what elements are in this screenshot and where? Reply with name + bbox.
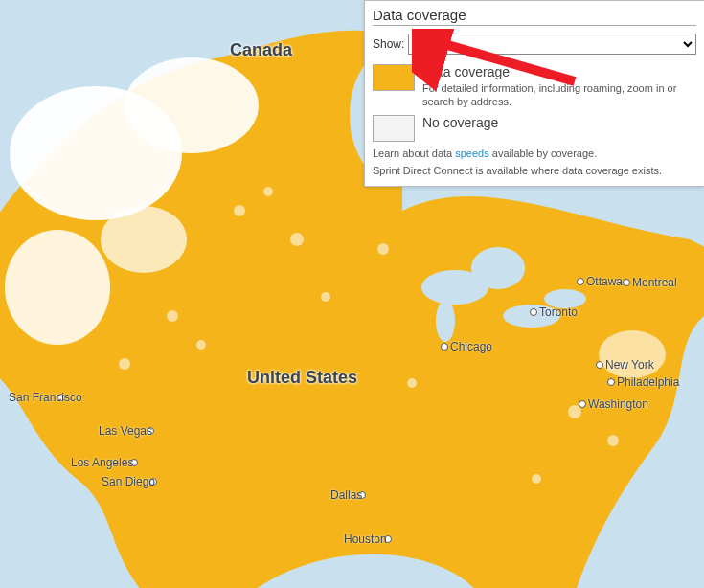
svg-point-17 <box>321 292 330 302</box>
svg-point-22 <box>532 474 541 484</box>
city-dot <box>577 278 584 285</box>
legend-coverage-title: Data coverage <box>422 64 696 79</box>
city-dot <box>607 378 615 386</box>
country-label-us: United States <box>247 368 357 388</box>
city-label: Montreal <box>632 276 677 289</box>
city-label: Las Vegas <box>99 424 152 438</box>
city-label: Washington <box>588 397 648 411</box>
svg-point-11 <box>234 205 245 216</box>
country-label-canada: Canada <box>230 40 292 60</box>
svg-point-2 <box>5 230 110 345</box>
city-label: San Francisco <box>9 391 82 404</box>
svg-point-7 <box>471 247 525 289</box>
svg-point-18 <box>377 243 389 255</box>
city-label: New York <box>605 358 654 372</box>
legend-swatch-nocoverage <box>373 115 415 142</box>
city-dot <box>530 308 537 316</box>
svg-point-13 <box>290 233 304 246</box>
show-select[interactable]: 5G <box>408 34 696 55</box>
svg-point-16 <box>119 358 130 370</box>
legend-swatch-coverage <box>373 64 415 91</box>
svg-point-3 <box>101 206 187 273</box>
city-label: Philadelphia <box>617 375 679 389</box>
city-dot <box>596 361 603 369</box>
legend-nocoverage-title: No coverage <box>422 115 696 130</box>
speeds-link[interactable]: speeds <box>455 147 488 159</box>
coverage-panel: Data coverage Show: 5G Data coverage For… <box>364 0 704 187</box>
city-label: Toronto <box>539 305 578 319</box>
show-label: Show: <box>373 37 404 51</box>
panel-note-speeds: Learn about data speeds available by cov… <box>373 147 696 159</box>
city-label: Dallas <box>330 488 362 502</box>
svg-point-15 <box>196 340 206 350</box>
legend-coverage-sub: For detailed information, including roam… <box>422 81 696 109</box>
svg-point-1 <box>125 57 259 153</box>
svg-point-21 <box>607 435 619 446</box>
city-label: Ottawa <box>586 275 623 288</box>
panel-title: Data coverage <box>373 7 696 26</box>
city-label: Houston <box>344 532 387 546</box>
svg-point-12 <box>263 187 273 196</box>
city-dot <box>579 400 586 408</box>
city-dot <box>441 343 448 351</box>
svg-point-14 <box>167 310 178 322</box>
city-label: Los Angeles <box>71 456 133 469</box>
svg-point-10 <box>436 300 455 342</box>
city-label: San Diego <box>102 475 155 488</box>
city-dot <box>623 279 630 286</box>
panel-note-direct-connect: Sprint Direct Connect is available where… <box>373 165 696 176</box>
city-label: Chicago <box>450 340 492 353</box>
svg-point-19 <box>407 378 417 388</box>
